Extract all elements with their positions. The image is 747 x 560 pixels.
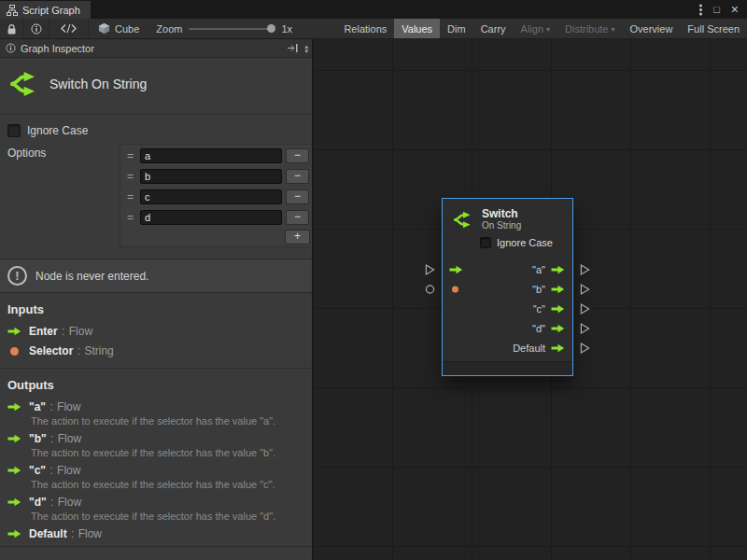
flow-arrow-icon bbox=[7, 402, 21, 412]
drag-handle-icon[interactable]: = bbox=[124, 149, 136, 162]
remove-option-button[interactable]: − bbox=[286, 189, 309, 204]
toolbar-button-carry[interactable]: Carry bbox=[473, 19, 514, 38]
node-port-row-a: "a" bbox=[443, 259, 572, 279]
info-icon bbox=[31, 23, 42, 35]
flow-arrow-icon bbox=[449, 265, 463, 274]
node-port-row-d: "d" bbox=[443, 318, 572, 338]
inputs-section: Inputs Enter : Flow Selector : String bbox=[0, 293, 312, 368]
inspect-toggle-button[interactable] bbox=[24, 19, 49, 38]
drag-handle-icon[interactable]: = bbox=[124, 170, 136, 183]
output-port-d: "d" : Flow The action to execute if the … bbox=[7, 496, 303, 523]
zoom-slider[interactable] bbox=[189, 28, 275, 30]
toolbar-button-dim[interactable]: Dim bbox=[440, 19, 473, 38]
options-label: Options bbox=[7, 144, 120, 247]
node-port-label: "d" bbox=[532, 323, 545, 334]
option-input-2[interactable] bbox=[140, 189, 282, 204]
selector-value-port[interactable] bbox=[425, 284, 435, 294]
warning-icon: ! bbox=[7, 266, 27, 286]
node-port-row-c: "c" bbox=[443, 299, 572, 318]
window-controls: □ × bbox=[699, 0, 747, 19]
chevron-down-icon: ▾ bbox=[546, 25, 550, 34]
output-flow-port-b[interactable] bbox=[580, 283, 590, 295]
toolbar-button-overview[interactable]: Overview bbox=[623, 19, 681, 38]
window-menu-icon[interactable] bbox=[699, 8, 702, 11]
options-item: = − bbox=[122, 207, 311, 228]
zoom-label: Zoom bbox=[156, 23, 182, 35]
node-ignore-case-checkbox[interactable] bbox=[480, 237, 491, 248]
input-port-selector: Selector : String bbox=[7, 344, 303, 357]
node-port-label: "a" bbox=[532, 264, 545, 275]
drag-handle-icon[interactable]: = bbox=[124, 190, 136, 203]
value-port-icon bbox=[452, 286, 458, 292]
input-port-enter: Enter : Flow bbox=[7, 325, 303, 338]
node-port-row-default: Default bbox=[443, 338, 572, 357]
window-close-icon[interactable]: × bbox=[731, 3, 739, 16]
output-port-a: "a" : Flow The action to execute if the … bbox=[7, 400, 303, 427]
flow-arrow-icon bbox=[7, 434, 21, 443]
flow-arrow-icon bbox=[551, 285, 565, 294]
flow-arrow-icon bbox=[551, 304, 565, 314]
toolbar-button-fullscreen[interactable]: Full Screen bbox=[680, 19, 747, 38]
output-flow-port-d[interactable] bbox=[580, 322, 590, 334]
zoom-value: 1x bbox=[281, 23, 292, 35]
chevron-down-icon: ▾ bbox=[612, 25, 615, 34]
output-flow-port-a[interactable] bbox=[580, 263, 590, 275]
graph-target-button[interactable]: Cube bbox=[89, 19, 148, 38]
cube-icon bbox=[98, 22, 110, 35]
flow-arrow-icon bbox=[551, 265, 565, 274]
dock-panel-icon[interactable] bbox=[287, 43, 299, 53]
node-port-label: "b" bbox=[532, 284, 545, 295]
enter-flow-port[interactable] bbox=[425, 263, 435, 275]
toolbar-button-relations[interactable]: Relations bbox=[336, 19, 394, 38]
panel-resize-spinner[interactable]: ▴▾ bbox=[304, 44, 308, 53]
output-description: The action to execute if the selector ha… bbox=[31, 415, 303, 427]
toolbar-button-distribute[interactable]: Distribute▾ bbox=[557, 19, 622, 38]
graph-canvas[interactable]: Switch On String Ignore Case "a" bbox=[313, 39, 747, 560]
remove-option-button[interactable]: − bbox=[286, 148, 309, 163]
ignore-case-checkbox[interactable] bbox=[7, 124, 21, 137]
options-item: = − bbox=[122, 166, 311, 187]
node-footer bbox=[443, 361, 572, 375]
options-item: = − bbox=[122, 146, 311, 166]
ignore-case-row: Ignore Case bbox=[7, 124, 304, 137]
zoom-slider-knob[interactable] bbox=[267, 24, 275, 33]
switch-on-string-node[interactable]: Switch On String Ignore Case "a" bbox=[442, 198, 573, 376]
switch-unit-icon bbox=[452, 209, 473, 231]
tab-script-graph[interactable]: Script Graph bbox=[0, 1, 91, 19]
unit-title-block: Switch On String bbox=[0, 58, 312, 115]
toolbar-button-group: Relations Values Dim Carry Align▾ Distri… bbox=[336, 19, 747, 38]
flow-arrow-icon bbox=[7, 497, 21, 507]
outputs-section: Outputs "a" : Flow The action to execute… bbox=[0, 369, 312, 546]
lock-icon bbox=[7, 23, 17, 35]
toolbar-button-values[interactable]: Values bbox=[394, 19, 440, 38]
option-input-1[interactable] bbox=[140, 169, 282, 184]
flow-arrow-icon bbox=[7, 466, 21, 475]
remove-option-button[interactable]: − bbox=[286, 169, 309, 184]
flow-arrow-icon bbox=[7, 327, 21, 336]
inputs-header: Inputs bbox=[7, 302, 303, 316]
output-port-c: "c" : Flow The action to execute if the … bbox=[7, 464, 303, 491]
toolbar-button-align[interactable]: Align▾ bbox=[514, 19, 557, 38]
window-maximize-icon[interactable]: □ bbox=[713, 5, 720, 15]
node-header[interactable]: Switch On String bbox=[443, 199, 572, 235]
flow-arrow-icon bbox=[551, 343, 565, 353]
graph-inspector-panel: Graph Inspector ▴▾ bbox=[0, 39, 313, 560]
warning-text: Node is never entered. bbox=[35, 270, 148, 283]
flow-arrow-icon bbox=[7, 529, 21, 539]
remove-option-button[interactable]: − bbox=[286, 210, 309, 225]
warning-box: ! Node is never entered. bbox=[0, 259, 312, 293]
node-ignore-case-row: Ignore Case bbox=[443, 235, 572, 257]
output-flow-port-c[interactable] bbox=[580, 302, 590, 315]
info-icon bbox=[6, 43, 16, 53]
node-port-row-b: "b" bbox=[443, 279, 572, 299]
switch-unit-icon bbox=[7, 68, 39, 100]
option-input-3[interactable] bbox=[140, 210, 282, 225]
output-flow-port-default[interactable] bbox=[580, 342, 590, 354]
drag-handle-icon[interactable]: = bbox=[124, 211, 136, 224]
value-port-icon bbox=[10, 347, 19, 356]
add-option-button[interactable]: + bbox=[285, 230, 310, 245]
lock-button[interactable] bbox=[0, 19, 24, 38]
option-input-0[interactable] bbox=[140, 148, 282, 163]
code-preview-button[interactable] bbox=[49, 19, 89, 38]
output-description: The action to execute if the selector ha… bbox=[31, 447, 303, 459]
